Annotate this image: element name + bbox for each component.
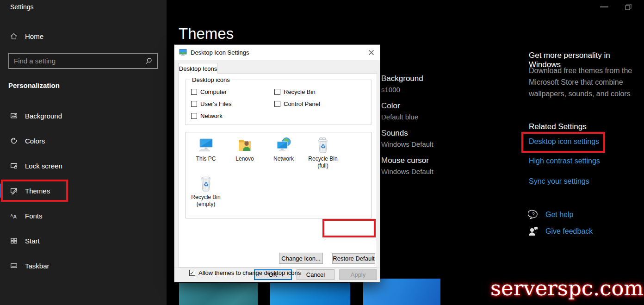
icon-item-label: Recycle Bin (full)	[305, 156, 341, 169]
property-value: Default blue	[381, 113, 502, 121]
property-label: Mouse cursor	[381, 156, 502, 165]
checkbox-box[interactable]	[274, 101, 280, 107]
checkbox-control-panel[interactable]: Control Panel	[274, 100, 320, 107]
theme-property-background: Background s1000	[381, 74, 502, 93]
svg-text:A: A	[13, 214, 17, 219]
theme-property-mouse-cursor: Mouse cursor Windows Default	[381, 156, 502, 175]
property-value: Windows Default	[381, 168, 502, 175]
checkbox-label: Recycle Bin	[284, 88, 316, 95]
minimize-button[interactable]	[600, 6, 608, 7]
icon-item-recycle-bin-empty[interactable]: ♻ Recycle Bin (empty)	[188, 174, 224, 208]
dialog-title: Desktop Icon Settings	[191, 49, 249, 56]
property-label: Sounds	[381, 129, 502, 138]
sidebar-item-label: Themes	[25, 187, 50, 195]
sidebar-item-home[interactable]: Home	[0, 27, 167, 45]
checkbox-network[interactable]: Network	[191, 112, 223, 119]
checkbox-label: Network	[200, 112, 223, 119]
allow-themes-checkbox[interactable]: Allow themes to change desktop icons	[189, 269, 301, 276]
checkbox-box[interactable]	[189, 270, 195, 276]
search-input[interactable]	[9, 57, 145, 65]
change-icon-button[interactable]: Change Icon...	[279, 253, 323, 264]
property-label: Background	[381, 74, 502, 83]
user-folder-icon	[235, 136, 254, 154]
feedback-person-icon	[528, 226, 539, 237]
tab-label: Desktop Icons	[179, 65, 217, 72]
theme-property-color: Color Default blue	[381, 101, 502, 121]
close-icon[interactable]	[367, 49, 375, 56]
checkbox-users-files[interactable]: User's Files	[191, 100, 232, 107]
restore-button[interactable]	[625, 3, 632, 11]
property-value: s1000	[381, 86, 502, 93]
checkbox-box[interactable]	[274, 89, 280, 95]
theme-property-sounds: Sounds Windows Default	[381, 129, 502, 148]
help-link-label: Get help	[545, 211, 573, 219]
network-globe-icon	[274, 136, 293, 154]
checkbox-recycle-bin[interactable]: Recycle Bin	[274, 88, 316, 95]
taskbar-icon	[10, 262, 18, 269]
sidebar-item-label: Colors	[25, 137, 45, 145]
checkbox-box[interactable]	[191, 101, 197, 107]
restore-default-button[interactable]: Restore Default	[332, 253, 375, 264]
dialog-titlebar: Desktop Icon Settings	[174, 45, 380, 60]
icon-item-this-pc[interactable]: This PC	[188, 136, 224, 162]
recycle-bin-full-icon: ♻	[314, 136, 332, 154]
desktop-icon-settings-dialog: Desktop Icon Settings Desktop Icons Desk…	[174, 44, 380, 282]
sidebar-item-label: Start	[25, 237, 40, 245]
theme-thumbnail-windows[interactable]	[363, 279, 440, 305]
icon-item-label: This PC	[188, 156, 224, 162]
home-icon	[10, 32, 18, 40]
help-link-label: Give feedback	[545, 227, 593, 236]
icon-item-network[interactable]: Network	[266, 136, 302, 162]
sidebar-item-label: Home	[25, 32, 43, 40]
icon-item-label: Lenovo	[227, 156, 263, 162]
this-pc-icon	[197, 136, 215, 154]
promo-body: Download free themes from the Microsoft …	[529, 65, 644, 100]
checkbox-label: Control Panel	[284, 100, 320, 107]
dialog-tab-page: Desktop icons Computer Recycle Bin User'…	[178, 73, 377, 268]
palette-icon	[10, 137, 18, 144]
sidebar-item-start[interactable]: Start	[0, 231, 167, 250]
lock-screen-icon	[10, 162, 18, 169]
icon-item-recycle-bin-full[interactable]: ♻ Recycle Bin (full)	[305, 136, 341, 169]
page-title: Themes	[179, 25, 234, 43]
desktop-icon-list: This PC Lenovo	[186, 132, 372, 218]
checkbox-label: Allow themes to change desktop icons	[198, 269, 301, 276]
svg-text:♻: ♻	[203, 181, 209, 188]
sync-your-settings-link[interactable]: Sync your settings	[529, 177, 589, 186]
checkbox-computer[interactable]: Computer	[191, 88, 227, 95]
icon-item-label: Network	[266, 156, 302, 162]
cancel-button[interactable]: Cancel	[297, 269, 334, 280]
high-contrast-settings-link[interactable]: High contrast settings	[529, 157, 600, 165]
image-icon	[10, 112, 18, 119]
get-help-link[interactable]: ? Get help	[528, 209, 573, 220]
give-feedback-link[interactable]: Give feedback	[528, 226, 593, 237]
checkbox-box[interactable]	[191, 113, 197, 119]
sidebar-item-fonts[interactable]: A A Fonts	[0, 206, 167, 225]
sidebar-item-taskbar[interactable]: Taskbar	[0, 256, 167, 275]
sidebar-item-label: Lock screen	[25, 162, 62, 170]
recycle-bin-empty-icon: ♻	[197, 174, 215, 193]
start-grid-icon	[10, 237, 18, 244]
sidebar-item-label: Background	[25, 112, 62, 120]
tab-desktop-icons[interactable]: Desktop Icons	[178, 63, 218, 74]
sidebar-item-themes[interactable]: Themes	[0, 181, 167, 200]
search-box	[8, 53, 158, 69]
icon-item-lenovo[interactable]: Lenovo	[227, 136, 263, 162]
sidebar-nav: Background Colors Lock screen	[0, 106, 167, 281]
sidebar-item-colors[interactable]: Colors	[0, 131, 167, 150]
apply-button: Apply	[339, 269, 377, 280]
themes-icon	[10, 187, 18, 194]
search-icon[interactable]	[145, 57, 152, 65]
desktop-icons-groupbox: Desktop icons Computer Recycle Bin User'…	[185, 80, 372, 125]
sidebar-item-lock-screen[interactable]: Lock screen	[0, 156, 167, 175]
sidebar-item-background[interactable]: Background	[0, 106, 167, 125]
desktop-icon-settings-link[interactable]: Desktop icon settings	[529, 137, 599, 146]
theme-thumbnail-blue[interactable]	[270, 283, 350, 305]
settings-window: Settings Home Personalization Background	[0, 0, 644, 305]
help-bubble-icon: ?	[528, 209, 539, 220]
checkbox-box[interactable]	[191, 89, 197, 95]
checkbox-label: Computer	[200, 88, 227, 95]
sidebar-item-label: Fonts	[25, 212, 43, 220]
theme-thumbnail-teal[interactable]	[179, 283, 258, 305]
related-settings-title: Related Settings	[529, 122, 587, 131]
